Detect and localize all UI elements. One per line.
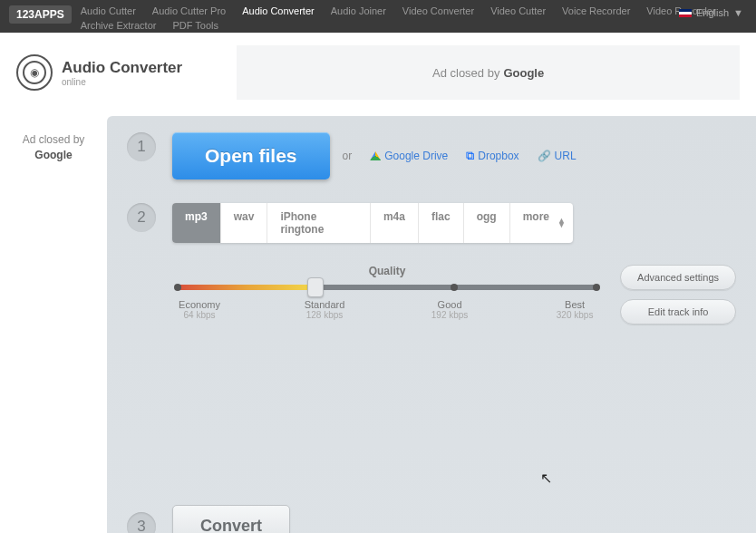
ad-brand: Google	[503, 66, 544, 80]
quality-mark: Economy64 kbps	[172, 299, 227, 320]
or-text: or	[343, 150, 353, 162]
url-label: URL	[555, 150, 577, 162]
step-2-content: mp3waviPhone ringtonem4aflacoggmore▲▼ Qu…	[172, 203, 736, 325]
open-files-button[interactable]: Open files	[172, 132, 330, 179]
quality-tick	[451, 284, 458, 291]
app-title-block: Audio Converter online	[62, 59, 182, 87]
format-tab-mp3[interactable]: mp3	[172, 203, 221, 243]
edit-track-info-button[interactable]: Edit track info	[620, 299, 736, 325]
step-number-1: 1	[127, 132, 156, 161]
nav-item[interactable]: Video Cutter	[490, 5, 546, 16]
cursor-icon: ↖	[540, 470, 552, 487]
nav-item[interactable]: Video Converter	[402, 5, 474, 16]
format-tab-more[interactable]: more▲▼	[510, 203, 573, 243]
step-1-content: Open files or Google Drive ⧉ Dropbox 🔗 U…	[172, 132, 577, 179]
google-drive-link[interactable]: Google Drive	[370, 150, 448, 162]
nav-links: Audio CutterAudio Cutter ProAudio Conver…	[81, 4, 747, 31]
quality-slider-block: Quality Economy64 kbpsStandard128 kbpsGo…	[172, 265, 602, 325]
flag-icon	[679, 9, 692, 17]
main: Ad closed by Google 1 Open files or Goog…	[0, 116, 756, 533]
format-tabs: mp3waviPhone ringtonem4aflacoggmore▲▼	[172, 203, 573, 243]
format-tab-iPhone-ringtone[interactable]: iPhone ringtone	[267, 203, 371, 243]
nav-item[interactable]: Audio Converter	[242, 5, 315, 16]
language-selector[interactable]: English ▼	[679, 7, 743, 18]
quality-mark: Standard128 kbps	[297, 299, 352, 320]
nav-item[interactable]: PDF Tools	[172, 20, 218, 31]
app-subtitle: online	[62, 77, 182, 87]
google-drive-icon	[370, 151, 381, 160]
nav-item[interactable]: Audio Cutter	[81, 5, 136, 16]
format-tab-wav[interactable]: wav	[221, 203, 268, 243]
quality-track-fill	[178, 285, 315, 290]
quality-track[interactable]	[178, 285, 596, 290]
google-drive-label: Google Drive	[384, 150, 448, 162]
link-icon: 🔗	[538, 150, 551, 162]
ad-prefix: Ad closed by	[432, 66, 499, 80]
quality-handle[interactable]	[307, 277, 324, 297]
quality-tick	[174, 284, 181, 291]
nav-item[interactable]: Archive Extractor	[81, 20, 157, 31]
convert-button[interactable]: Convert	[172, 505, 290, 533]
app-title: Audio Converter	[62, 59, 182, 77]
step-2: 2 mp3waviPhone ringtonem4aflacoggmore▲▼ …	[127, 203, 736, 325]
header: Audio Converter online Ad closed by Goog…	[0, 33, 756, 109]
nav-item[interactable]: Audio Cutter Pro	[152, 5, 226, 16]
advanced-settings-button[interactable]: Advanced settings	[620, 265, 736, 290]
quality-mark: Good192 kbps	[422, 299, 477, 320]
language-label: English	[696, 7, 729, 18]
ad-banner-top: Ad closed by Google	[237, 45, 740, 100]
quality-marks: Economy64 kbpsStandard128 kbpsGood192 kb…	[172, 299, 602, 320]
nav-item[interactable]: Audio Joiner	[331, 5, 386, 16]
top-nav: 123APPS Audio CutterAudio Cutter ProAudi…	[0, 0, 756, 33]
step-number-2: 2	[127, 203, 156, 232]
app-icon	[16, 54, 53, 91]
quality-row: Quality Economy64 kbpsStandard128 kbpsGo…	[172, 265, 736, 325]
ad-side-prefix: Ad closed by	[23, 133, 85, 146]
format-tab-m4a[interactable]: m4a	[371, 203, 419, 243]
step-3: 3 Convert	[127, 505, 736, 533]
format-tab-ogg[interactable]: ogg	[464, 203, 510, 243]
quality-label: Quality	[172, 265, 602, 277]
ad-banner-side: Ad closed by Google	[0, 116, 107, 533]
logo[interactable]: 123APPS	[9, 5, 72, 24]
nav-item[interactable]: Voice Recorder	[562, 5, 630, 16]
converter-panel: 1 Open files or Google Drive ⧉ Dropbox 🔗…	[107, 116, 756, 533]
more-arrows-icon: ▲▼	[557, 218, 566, 228]
format-tab-flac[interactable]: flac	[419, 203, 464, 243]
chevron-down-icon: ▼	[733, 7, 743, 18]
quality-mark: Best320 kbps	[548, 299, 602, 320]
quality-side-buttons: Advanced settings Edit track info	[620, 265, 736, 325]
url-link[interactable]: 🔗 URL	[538, 150, 577, 162]
dropbox-link[interactable]: ⧉ Dropbox	[466, 149, 519, 163]
dropbox-label: Dropbox	[478, 150, 519, 162]
dropbox-icon: ⧉	[466, 149, 474, 163]
step-number-3: 3	[127, 512, 156, 534]
ad-side-brand: Google	[0, 148, 107, 163]
quality-tick	[593, 284, 600, 291]
step-1: 1 Open files or Google Drive ⧉ Dropbox 🔗…	[127, 132, 736, 179]
